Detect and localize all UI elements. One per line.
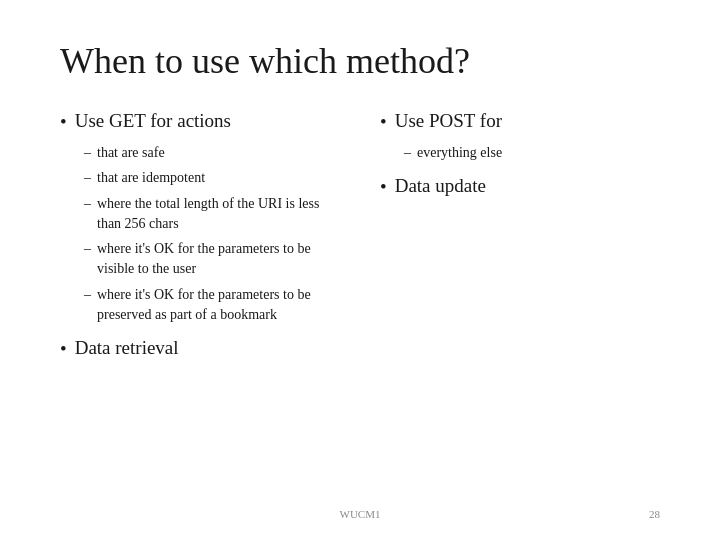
left-column: • Use GET for actions – that are safe – … [60, 110, 340, 510]
footer: WUCM1 [0, 508, 720, 520]
right-bullet-dot-2: • [380, 176, 387, 198]
sub-bullet-3: – where the total length of the URI is l… [84, 194, 340, 235]
dash-5: – [84, 285, 91, 305]
right-sub-bullet-1-text: everything else [417, 143, 660, 163]
bullet-dot-2: • [60, 338, 67, 360]
footer-code: WUCM1 [340, 508, 381, 520]
content-columns: • Use GET for actions – that are safe – … [60, 110, 660, 510]
dash-4: – [84, 239, 91, 259]
sub-bullet-1-text: that are safe [97, 143, 340, 163]
right-main-bullet-1-text: Use POST for [395, 110, 502, 132]
left-main-bullet-1: • Use GET for actions [60, 110, 340, 133]
left-main-bullet-2: • Data retrieval [60, 337, 340, 360]
dash-2: – [84, 168, 91, 188]
right-main-bullet-2: • Data update [380, 175, 660, 198]
left-sub-bullets: – that are safe – that are idempotent – … [84, 143, 340, 325]
dash-3: – [84, 194, 91, 214]
sub-bullet-1: – that are safe [84, 143, 340, 163]
right-column: • Use POST for – everything else • Data … [380, 110, 660, 510]
sub-bullet-3-text: where the total length of the URI is les… [97, 194, 340, 235]
slide: When to use which method? • Use GET for … [0, 0, 720, 540]
dash-1: – [84, 143, 91, 163]
sub-bullet-4: – where it's OK for the parameters to be… [84, 239, 340, 280]
right-main-bullet-1: • Use POST for [380, 110, 660, 133]
sub-bullet-5: – where it's OK for the parameters to be… [84, 285, 340, 326]
sub-bullet-5-text: where it's OK for the parameters to be p… [97, 285, 340, 326]
sub-bullet-4-text: where it's OK for the parameters to be v… [97, 239, 340, 280]
right-dash-1: – [404, 143, 411, 163]
right-main-bullet-2-text: Data update [395, 175, 486, 197]
sub-bullet-2: – that are idempotent [84, 168, 340, 188]
right-bullet-dot-1: • [380, 111, 387, 133]
sub-bullet-2-text: that are idempotent [97, 168, 340, 188]
bullet-dot-1: • [60, 111, 67, 133]
slide-title: When to use which method? [60, 40, 660, 82]
right-sub-bullet-1: – everything else [404, 143, 660, 163]
right-sub-bullets: – everything else [404, 143, 660, 163]
footer-page: 28 [649, 508, 660, 520]
left-main-bullet-2-text: Data retrieval [75, 337, 179, 359]
left-main-bullet-1-text: Use GET for actions [75, 110, 231, 132]
